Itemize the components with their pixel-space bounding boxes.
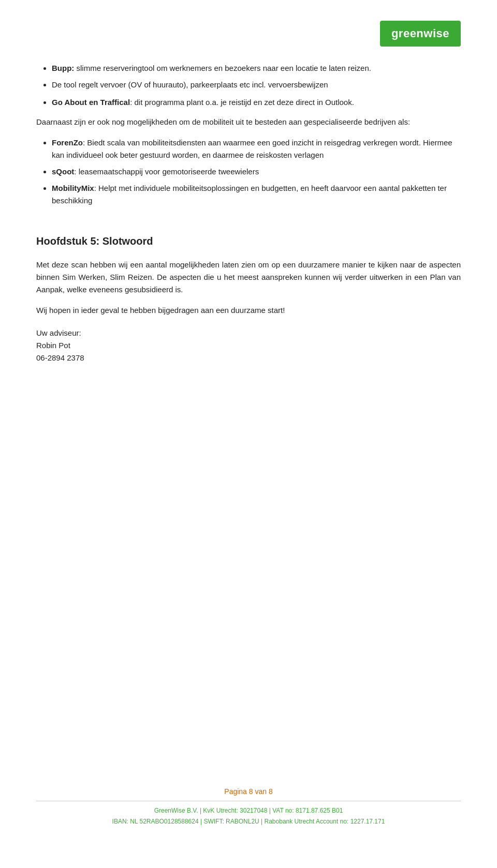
page: greenwise Bupp: slimme reserveringtool o… — [0, 0, 497, 868]
advisor-label: Uw adviseur: — [36, 327, 461, 339]
go-about-bullet-list: Go About en Traffical: dit programma pla… — [36, 96, 461, 109]
advisor-phone: 06-2894 2378 — [36, 352, 461, 364]
tool-text: De tool regelt vervoer (OV of huurauto),… — [52, 80, 328, 89]
page-number: Pagina 8 van 8 — [36, 787, 461, 796]
footer-line-1: GreenWise B.V. | KvK Utrecht: 30217048 |… — [36, 805, 461, 816]
footer: Pagina 8 van 8 GreenWise B.V. | KvK Utre… — [36, 772, 461, 827]
go-about-label: Go About en Traffical — [52, 98, 130, 107]
slotwoord-paragraph-1: Met deze scan hebben wij een aantal moge… — [36, 259, 461, 296]
slotwoord-paragraph-2: Wij hopen in ieder geval te hebben bijge… — [36, 304, 461, 317]
go-about-text: : dit programma plant o.a. je reistijd e… — [130, 98, 354, 107]
logo-box: greenwise — [380, 21, 461, 47]
page-header: greenwise — [36, 21, 461, 47]
bupp-text: slimme reserveringtool om werknemers en … — [77, 64, 371, 72]
list-item: Bupp: slimme reserveringtool om werkneme… — [52, 62, 461, 74]
footer-line-2: IBAN: NL 52RABO0128588624 | SWIFT: RABON… — [36, 816, 461, 827]
sqoot-label: sQoot — [52, 167, 74, 176]
service-bullet-list: ForenZo: Biedt scala van mobiliteitsdien… — [36, 137, 461, 207]
list-item: sQoot: leasemaatschappij voor gemotorise… — [52, 166, 461, 178]
mobility-intro: Daarnaast zijn er ook nog mogelijkheden … — [36, 116, 461, 128]
sqoot-text: : leasemaatschappij voor gemotoriseerde … — [74, 167, 259, 176]
forenzo-label: ForenZo — [52, 138, 83, 147]
bupp-label: Bupp: — [52, 64, 74, 72]
footer-lines: GreenWise B.V. | KvK Utrecht: 30217048 |… — [36, 801, 461, 827]
list-item: MobilityMix: Helpt met individuele mobil… — [52, 182, 461, 207]
list-item: De tool regelt vervoer (OV of huurauto),… — [52, 79, 461, 91]
main-content: Bupp: slimme reserveringtool om werkneme… — [36, 62, 461, 772]
logo-text: greenwise — [391, 27, 449, 40]
forenzo-text: : Biedt scala van mobiliteitsdiensten aa… — [52, 138, 452, 159]
mobilitymix-label: MobilityMix — [52, 184, 94, 192]
list-item: Go About en Traffical: dit programma pla… — [52, 96, 461, 109]
mobilitymix-text: : Helpt met individuele mobiliteitsoplos… — [52, 184, 447, 205]
advisor-block: Uw adviseur: Robin Pot 06-2894 2378 — [36, 327, 461, 364]
chapter-heading: Hoofdstuk 5: Slotwoord — [36, 233, 461, 249]
intro-bullet-list: Bupp: slimme reserveringtool om werkneme… — [36, 62, 461, 91]
list-item: ForenZo: Biedt scala van mobiliteitsdien… — [52, 137, 461, 161]
advisor-name: Robin Pot — [36, 339, 461, 352]
go-about-section: Go About en Traffical: dit programma pla… — [36, 96, 461, 109]
